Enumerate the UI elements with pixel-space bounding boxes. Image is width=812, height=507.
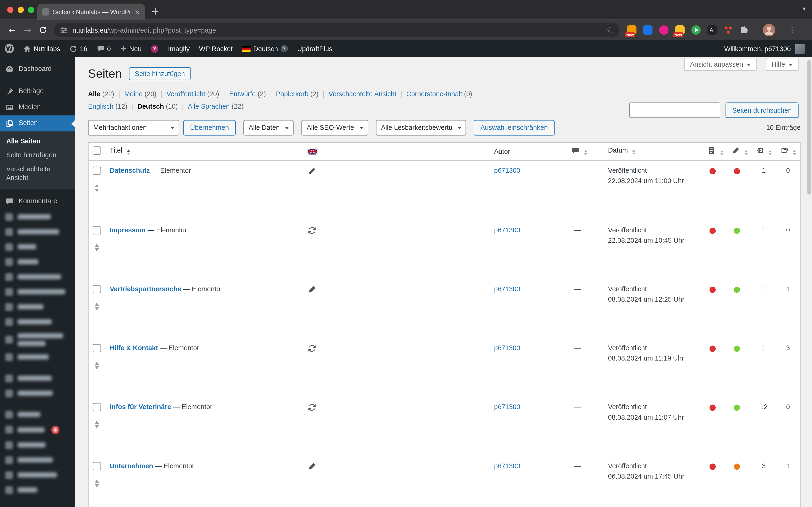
extensions-puzzle-icon[interactable] — [740, 25, 749, 35]
sidebar-item-redacted[interactable] — [0, 314, 75, 329]
address-bar[interactable]: nutrilabs.eu/wp-admin/edit.php?post_type… — [54, 23, 619, 37]
site-settings-icon[interactable] — [60, 26, 68, 34]
date-filter-select[interactable]: Alle Daten — [243, 120, 294, 135]
select-all-checkbox[interactable] — [93, 147, 101, 155]
view-link[interactable]: Alle — [88, 90, 101, 98]
column-header-title[interactable]: Titel — [106, 143, 303, 161]
wp-logo-icon[interactable] — [0, 40, 18, 57]
imagify-menu[interactable]: Imagify — [163, 40, 194, 57]
view-link[interactable]: Deutsch — [138, 102, 164, 110]
column-header-links[interactable] — [752, 143, 776, 161]
page-title-link[interactable]: Datenschutz — [110, 166, 150, 174]
updraftplus-menu[interactable]: UpdraftPlus — [293, 40, 337, 57]
reorder-handle[interactable] — [93, 477, 101, 490]
submenu-nested-view[interactable]: Verschachtelte Ansicht — [0, 162, 62, 185]
update-translation-button[interactable] — [308, 406, 316, 413]
extension-icon-6[interactable] — [707, 25, 717, 35]
view-link[interactable]: Cornerstone-Inhalt — [406, 90, 462, 98]
tab-search-icon[interactable] — [803, 5, 806, 12]
column-header-date[interactable]: Datum — [604, 143, 703, 161]
author-link[interactable]: p671300 — [494, 226, 520, 234]
seo-filter-select[interactable]: Alle SEO-Werte — [301, 120, 368, 135]
update-translation-button[interactable] — [308, 229, 316, 236]
submenu-add-page[interactable]: Seite hinzufügen — [0, 148, 75, 162]
sidebar-item-redacted[interactable] — [0, 371, 75, 386]
author-link[interactable]: p671300 — [494, 166, 520, 174]
sidebar-item-redacted[interactable] — [0, 453, 75, 467]
reorder-handle[interactable] — [93, 182, 101, 194]
readability-filter-select[interactable]: Alle Lesbarkeitsbewertung — [376, 120, 466, 135]
browser-profile-avatar[interactable] — [763, 24, 775, 36]
view-link[interactable]: Verschachtelte Ansicht — [329, 90, 396, 98]
edit-translation-button[interactable] — [308, 169, 316, 177]
author-link[interactable]: p671300 — [494, 462, 520, 470]
page-title-link[interactable]: Impressum — [110, 226, 146, 234]
sidebar-item-redacted[interactable] — [0, 284, 75, 299]
author-link[interactable]: p671300 — [494, 403, 520, 411]
column-header-translation[interactable] — [303, 143, 490, 161]
close-window-button[interactable] — [7, 7, 13, 13]
reorder-handle[interactable] — [93, 418, 101, 431]
sidebar-item-redacted[interactable] — [0, 407, 75, 422]
page-title-link[interactable]: Infos für Veterinäre — [110, 403, 171, 411]
row-checkbox[interactable] — [93, 285, 101, 293]
sidebar-item-redacted[interactable] — [0, 299, 75, 314]
reorder-handle[interactable] — [93, 241, 101, 253]
sidebar-item-redacted[interactable] — [0, 254, 75, 269]
column-header-author[interactable]: Autor — [490, 143, 567, 161]
row-checkbox[interactable] — [93, 226, 101, 234]
minimize-window-button[interactable] — [18, 7, 24, 13]
extension-icon-1[interactable]: New — [627, 25, 637, 35]
view-link[interactable]: Entwürfe — [229, 90, 256, 98]
screen-options-button[interactable]: Ansicht anpassen — [684, 58, 757, 71]
sidebar-item-posts[interactable]: Beiträge — [0, 83, 75, 99]
view-link[interactable]: Alle Sprachen — [188, 102, 230, 110]
column-header-seo-score[interactable] — [703, 143, 728, 161]
wp-rocket-menu[interactable]: WP Rocket — [194, 40, 237, 57]
reorder-handle[interactable] — [93, 300, 101, 313]
updates-indicator[interactable]: 16 — [65, 40, 92, 57]
help-button[interactable]: Hilfe — [766, 58, 799, 71]
view-link[interactable]: Papierkorb — [276, 90, 308, 98]
tab-close-icon[interactable] — [134, 8, 140, 15]
row-checkbox[interactable] — [93, 403, 101, 411]
row-checkbox[interactable] — [93, 166, 101, 175]
view-link[interactable]: Veröffentlicht — [166, 90, 205, 98]
page-scrollbar[interactable] — [807, 60, 811, 194]
apply-button[interactable]: Übernehmen — [183, 120, 236, 135]
extension-icon-2[interactable] — [643, 25, 653, 35]
extension-icon-7[interactable] — [723, 25, 733, 35]
sidebar-item-redacted[interactable] — [0, 482, 75, 497]
forward-button[interactable] — [21, 23, 34, 37]
edit-translation-button[interactable] — [308, 288, 316, 295]
reload-button[interactable] — [36, 23, 50, 37]
search-input[interactable] — [629, 102, 720, 118]
sidebar-item-pages[interactable]: Seiten — [0, 115, 75, 131]
page-title-link[interactable]: Hilfe & Kontakt — [110, 344, 158, 352]
sidebar-item-redacted[interactable] — [0, 329, 75, 349]
add-page-button[interactable]: Seite hinzufügen — [129, 67, 191, 80]
search-pages-button[interactable]: Seiten durchsuchen — [725, 102, 799, 118]
author-link[interactable]: p671300 — [494, 344, 520, 352]
page-title-link[interactable]: Unternehmen — [110, 462, 153, 470]
sidebar-item-redacted[interactable] — [0, 349, 75, 364]
browser-menu-icon[interactable] — [788, 25, 796, 35]
macos-window-controls[interactable] — [7, 7, 34, 13]
language-menu[interactable]: Deutsch — [237, 40, 293, 57]
sidebar-item-redacted[interactable] — [0, 209, 75, 224]
fullscreen-window-button[interactable] — [28, 7, 34, 13]
sidebar-item-redacted[interactable] — [0, 467, 75, 483]
edit-translation-button[interactable] — [308, 464, 316, 472]
row-checkbox[interactable] — [93, 344, 101, 352]
sidebar-item-redacted[interactable] — [0, 269, 75, 284]
sidebar-item-redacted[interactable] — [0, 239, 75, 255]
reorder-handle[interactable] — [93, 359, 101, 372]
extension-icon-5[interactable] — [691, 25, 701, 35]
column-header-linked[interactable] — [776, 143, 800, 161]
extension-icon-3[interactable] — [659, 25, 669, 35]
column-header-readability[interactable] — [728, 143, 752, 161]
author-link[interactable]: p671300 — [494, 285, 520, 293]
page-title-link[interactable]: Vertriebspartnersuche — [110, 285, 181, 293]
sidebar-item-comments[interactable]: Kommentare — [0, 193, 75, 209]
sidebar-item-redacted[interactable] — [0, 386, 75, 401]
